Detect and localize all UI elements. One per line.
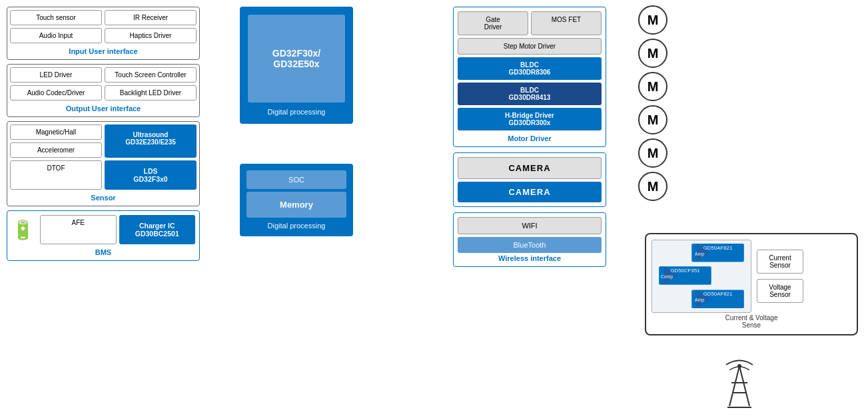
svg-text:Amp: Amp — [695, 252, 704, 257]
output-section-label: Output User interface — [10, 103, 197, 114]
wireless-section: WIFI BlueTooth Wireless interface — [453, 212, 606, 267]
svg-line-14 — [739, 366, 749, 406]
dtof-chip: DTOF — [10, 160, 102, 190]
motor-section-label: Motor Driver — [458, 133, 602, 142]
svg-point-18 — [737, 364, 741, 368]
step-motor-chip: Step Motor Driver — [458, 38, 602, 55]
svg-text:GD50AF821: GD50AF821 — [703, 245, 733, 251]
cv-sense-label: Current & VoltageSense — [651, 314, 851, 329]
soc-chip: SOC — [246, 170, 346, 189]
current-sensor-box: CurrentSensor — [757, 250, 803, 274]
camera1-chip: CAMERA — [458, 157, 602, 179]
svg-text:Comp: Comp — [661, 274, 673, 280]
acceleromer-chip: Acceleromer — [10, 142, 102, 158]
bldc2-chip: BLDCGD30DR8413 — [458, 83, 602, 105]
svg-text:GD50AF821: GD50AF821 — [703, 291, 733, 297]
m-circles-group: M M M M M M — [638, 5, 667, 201]
touch-sensor-chip: Touch sensor — [10, 10, 102, 25]
column-3: GateDriver MOS FET Step Motor Driver BLD… — [453, 7, 606, 272]
bms-section-label: BMS — [11, 247, 195, 256]
mos-fet-chip: MOS FET — [531, 11, 602, 35]
hbridge-chip: H-Bridge DriverGD30DR300x — [458, 108, 602, 130]
dp-bottom-label: Digital processing — [246, 222, 346, 230]
gate-driver-chip: GateDriver — [458, 11, 528, 35]
svg-line-13 — [729, 366, 739, 406]
ir-receiver-chip: IR Receiver — [105, 10, 197, 25]
sensor-section: Magnetic/Hall UltrasoundGD32E230/E235 Ac… — [7, 121, 200, 206]
antenna-area — [713, 359, 766, 414]
charger-ic-chip: Charger ICGD30BC2501 — [119, 215, 196, 244]
bluetooth-chip: BlueTooth — [458, 237, 602, 253]
dp-top-label: Digital processing — [248, 108, 345, 116]
cv-right-labels: CurrentSensor VoltageSensor — [757, 250, 803, 303]
output-user-interface-section: LED Driver Touch Screen Controller Audio… — [7, 64, 200, 117]
motor-driver-section: GateDriver MOS FET Step Motor Driver BLD… — [453, 7, 606, 147]
led-driver-chip: LED Driver — [10, 67, 102, 83]
m-circle-5: M — [638, 138, 667, 168]
camera2-chip: CAMERA — [458, 182, 602, 202]
haptics-driver-chip: Haptics Driver — [105, 28, 197, 43]
voltage-sensor-box: VoltageSensor — [757, 279, 803, 303]
m-circle-6: M — [638, 172, 667, 201]
bldc1-chip: BLDCGD30DR8306 — [458, 57, 602, 80]
bms-section: 🔋 AFE Charger ICGD30BC2501 BMS — [7, 210, 200, 261]
camera-section: CAMERA CAMERA — [453, 152, 606, 207]
wireless-section-label: Wireless interface — [458, 253, 602, 262]
svg-text:GD50CF351: GD50CF351 — [670, 268, 699, 274]
afe-chip: AFE — [40, 215, 117, 244]
column-2: GD32F30x/GD32E50x Digital processing SOC… — [240, 7, 353, 242]
svg-text:Amp: Amp — [695, 298, 704, 303]
wifi-chip: WIFI — [458, 217, 602, 234]
backlight-led-chip: Backlight LED Driver — [105, 85, 197, 101]
memory-chip: Memory — [246, 192, 346, 218]
cv-diagram-svg: GD50AF821 Amp GD50CF351 Comp GD50AF821 A… — [651, 240, 751, 313]
main-diagram: Touch sensor IR Receiver Audio Input Hap… — [0, 0, 868, 420]
m-circle-3: M — [638, 72, 667, 101]
column-1: Touch sensor IR Receiver Audio Input Hap… — [7, 7, 200, 265]
input-user-interface-section: Touch sensor IR Receiver Audio Input Hap… — [7, 7, 200, 60]
dp-bottom-box: SOC Memory Digital processing — [240, 164, 353, 236]
m-circle-2: M — [638, 39, 667, 68]
touch-screen-controller-chip: Touch Screen Controller — [105, 67, 197, 83]
sensor-section-label: Sensor — [10, 192, 197, 203]
m-circle-4: M — [638, 105, 667, 134]
ultrasound-chip: UltrasoundGD32E230/E235 — [105, 124, 197, 158]
cv-sense-section: GD50AF821 Amp GD50CF351 Comp GD50AF821 A… — [645, 233, 858, 335]
magnetic-hall-chip: Magnetic/Hall — [10, 124, 102, 140]
battery-icon: 🔋 — [11, 219, 35, 241]
m-circle-1: M — [638, 5, 667, 35]
dp-top-box: GD32F30x/GD32E50x Digital processing — [240, 7, 353, 124]
gd32-chip: GD32F30x/GD32E50x — [248, 15, 345, 103]
antenna-svg — [713, 359, 766, 413]
audio-input-chip: Audio Input — [10, 28, 102, 43]
audio-codec-chip: Audio Codec/Driver — [10, 85, 102, 101]
lds-chip: LDSGD32F3x0 — [105, 160, 197, 190]
input-section-label: Input User interface — [10, 46, 197, 57]
